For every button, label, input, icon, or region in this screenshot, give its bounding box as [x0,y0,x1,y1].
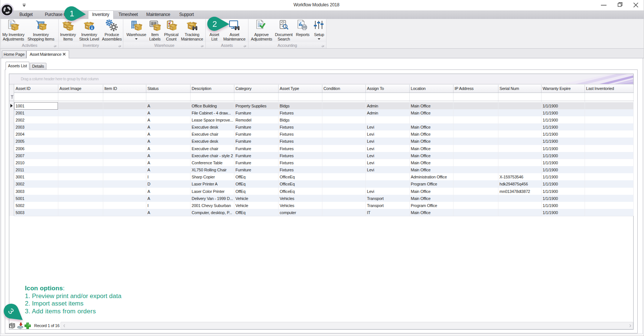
svg-text:2: 2 [212,19,217,28]
svg-text:1: 1 [69,9,74,18]
